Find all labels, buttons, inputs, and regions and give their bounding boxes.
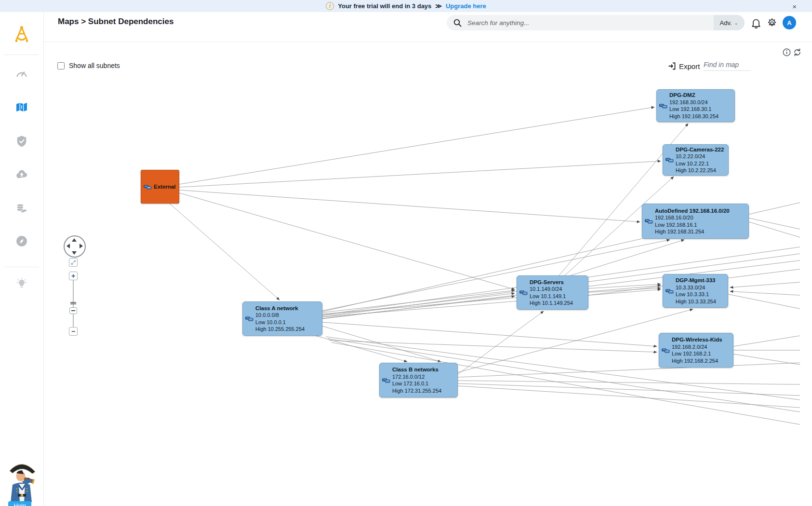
- node-line: 10.3.33.0/24: [676, 284, 716, 291]
- network-icon: [666, 157, 676, 163]
- map-node-dpg-cameras-222[interactable]: DPG-Cameras-222 10.2.22.0/24Low 10.2.22.…: [663, 144, 729, 176]
- sidebar-item-inventory[interactable]: [15, 203, 28, 214]
- export-button[interactable]: Export: [668, 62, 700, 70]
- node-line: 192.168.2.0/24: [672, 343, 722, 351]
- sidebar-divider: [4, 267, 39, 267]
- auvik-logo[interactable]: [13, 25, 31, 45]
- network-icon: [659, 103, 669, 109]
- show-all-subnets-checkbox[interactable]: [57, 62, 65, 69]
- captain-mascot: [6, 459, 38, 502]
- node-line: 10.0.0.0/8: [255, 312, 305, 319]
- sidebar-item-security[interactable]: [15, 135, 28, 148]
- sidebar: Help: [0, 12, 44, 506]
- compass-icon: [15, 235, 28, 248]
- node-title: DPG-Servers: [530, 279, 573, 286]
- map-node-class-b-networks[interactable]: Class B networks 172.16.0.0/12Low 172.16…: [379, 363, 458, 397]
- trial-message: Your free trial will end in 3 days: [338, 2, 431, 10]
- node-line: High 10.2.22.254: [676, 167, 724, 174]
- node-line: High 10.255.255.254: [255, 326, 305, 333]
- network-icon: [645, 218, 655, 224]
- find-in-map-input[interactable]: [704, 60, 751, 71]
- minus-icon: −: [71, 328, 75, 335]
- sidebar-divider: [4, 55, 39, 55]
- close-icon[interactable]: ×: [792, 2, 797, 10]
- dependency-edges: [0, 0, 812, 506]
- zoom-out-button[interactable]: −: [69, 327, 78, 336]
- plus-icon: +: [71, 272, 75, 280]
- network-icon: [245, 315, 255, 322]
- info-icon: i: [326, 2, 334, 10]
- header: Maps > Subnet Dependencies Adv. ⌄ A: [43, 12, 812, 41]
- lightbulb-icon: [15, 278, 28, 291]
- map-info-icon[interactable]: [783, 48, 791, 56]
- network-icon: [519, 289, 530, 296]
- pan-control[interactable]: [64, 235, 86, 258]
- map-node-autodefined-192-168-16-0-20[interactable]: AutoDefined 192.168.16.0/20 192.168.16.0…: [642, 204, 749, 239]
- fit-to-screen-button[interactable]: ⤢: [69, 258, 78, 267]
- notifications-bell-icon[interactable]: [751, 18, 761, 28]
- network-icon: [144, 184, 154, 190]
- zoom-slider-detent: [70, 302, 76, 304]
- expand-icon: ⤢: [71, 259, 76, 266]
- export-label: Export: [679, 62, 700, 70]
- node-line: Low 10.2.22.1: [676, 160, 724, 167]
- global-search[interactable]: Adv. ⌄: [447, 15, 745, 30]
- sidebar-item-ideas[interactable]: [15, 278, 28, 291]
- search-icon: [453, 19, 462, 27]
- map-node-class-a-network[interactable]: Class A network 10.0.0.0/8Low 10.0.0.1Hi…: [242, 301, 322, 336]
- node-line: High 192.168.30.254: [669, 113, 719, 120]
- map-refresh-icon[interactable]: [793, 48, 802, 57]
- gauge-icon: [15, 68, 28, 79]
- cloud-upload-icon: [15, 168, 28, 179]
- sidebar-item-dashboard[interactable]: [15, 68, 28, 79]
- pan-right-icon[interactable]: [80, 244, 83, 248]
- node-title: AutoDefined 192.168.16.0/20: [655, 207, 730, 215]
- node-line: 192.168.16.0/20: [655, 214, 730, 221]
- node-line: 192.168.30.0/24: [669, 99, 719, 106]
- node-line: High 192.168.31.254: [655, 228, 730, 235]
- zoom-in-button[interactable]: +: [69, 272, 78, 280]
- pan-up-icon[interactable]: [72, 238, 77, 242]
- trial-banner: i Your free trial will end in 3 days ≫ U…: [0, 0, 812, 12]
- node-title: DPG-Wireless-Kids: [672, 336, 722, 343]
- zoom-slider-handle[interactable]: [69, 307, 77, 314]
- settings-gear-icon[interactable]: [767, 18, 777, 28]
- show-all-subnets-label: Show all subnets: [69, 62, 120, 69]
- sidebar-item-cloud[interactable]: [15, 168, 28, 179]
- pan-down-icon[interactable]: [72, 251, 77, 255]
- pan-left-icon[interactable]: [67, 244, 70, 248]
- node-line: Low 192.168.2.1: [672, 350, 722, 357]
- adv-label: Adv.: [720, 19, 732, 27]
- sidebar-item-discovery[interactable]: [15, 235, 28, 248]
- network-icon: [382, 377, 392, 383]
- map-node-dpg-wireless-kids[interactable]: DPG-Wireless-Kids 192.168.2.0/24Low 192.…: [659, 333, 733, 368]
- node-line: High 172.31.255.254: [392, 387, 441, 395]
- search-input[interactable]: [466, 19, 714, 27]
- map-node-dpg-dmz[interactable]: DPG-DMZ 192.168.30.0/24Low 192.168.30.1H…: [656, 89, 735, 122]
- node-line: Low 10.3.33.1: [676, 291, 716, 298]
- node-line: Low 10.0.0.1: [255, 319, 305, 326]
- node-line: 172.16.0.0/12: [392, 373, 441, 381]
- content-divider: [43, 41, 812, 42]
- node-line: Low 10.1.149.1: [530, 293, 573, 300]
- node-title: DPG-DMZ: [669, 92, 719, 99]
- user-avatar[interactable]: A: [783, 16, 796, 29]
- map-node-dgp-mgmt-333[interactable]: DGP-Mgmt-333 10.3.33.0/24Low 10.3.33.1Hi…: [663, 274, 728, 308]
- node-line: High 10.1.149.254: [530, 300, 573, 307]
- map-node-external[interactable]: External: [141, 170, 179, 204]
- show-all-subnets-toggle[interactable]: Show all subnets: [57, 62, 120, 69]
- network-icon: [666, 288, 676, 294]
- node-line: 10.1.149.0/24: [530, 286, 573, 293]
- node-title: Class A network: [255, 305, 305, 312]
- sidebar-item-maps[interactable]: [15, 101, 28, 113]
- zoom-slider-track[interactable]: [73, 280, 74, 328]
- upgrade-link[interactable]: Upgrade here: [446, 2, 486, 10]
- advanced-search-button[interactable]: Adv. ⌄: [714, 15, 745, 30]
- node-title: External: [154, 183, 175, 191]
- help-button[interactable]: Help: [8, 501, 31, 506]
- breadcrumb-title: Maps > Subnet Dependencies: [58, 17, 173, 27]
- map-node-dpg-servers[interactable]: DPG-Servers 10.1.149.0/24Low 10.1.149.1H…: [517, 275, 588, 310]
- node-line: High 10.3.33.254: [676, 298, 716, 305]
- node-title: DGP-Mgmt-333: [676, 277, 716, 284]
- chevron-down-icon: ⌄: [734, 20, 738, 26]
